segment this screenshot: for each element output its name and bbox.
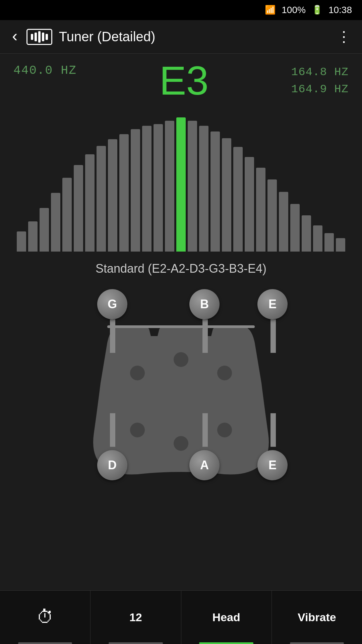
nav-title: Tuner (Detailed)	[59, 29, 156, 44]
reference-frequency: 440.0 HZ	[13, 64, 77, 77]
vu-bar-20	[245, 157, 254, 252]
tab-head-label: Head	[213, 611, 240, 624]
clock: 10:38	[328, 5, 352, 15]
detected-frequency: 164.8 HZ 164.9 HZ	[291, 64, 349, 98]
tuner-bar-1	[31, 34, 33, 40]
peg-b-top-stem	[202, 319, 208, 353]
vu-bar-0	[17, 231, 26, 252]
svg-point-3	[217, 423, 232, 437]
note-display: E3	[77, 60, 291, 101]
svg-point-1	[130, 423, 145, 437]
svg-point-4	[130, 366, 145, 380]
peg-d-bottom[interactable]: D	[97, 450, 127, 480]
svg-rect-0	[107, 325, 255, 328]
back-button[interactable]: ‹	[10, 28, 20, 46]
vu-bar-17	[210, 131, 220, 252]
battery-icon: 🔋	[312, 5, 322, 15]
vu-bar-1	[28, 221, 38, 252]
vu-bar-27	[324, 233, 334, 252]
vu-bar-24	[290, 204, 300, 252]
tab-vibrate-indicator	[290, 642, 344, 644]
battery-percent: 100%	[282, 5, 306, 15]
vu-bar-8	[108, 139, 117, 252]
vu-bar-25	[302, 215, 311, 252]
vu-bar-14	[176, 117, 186, 252]
vu-bar-3	[51, 193, 60, 252]
status-bar: 📶 100% 🔋 10:38	[0, 0, 362, 20]
tuner-clock-icon: ⏱	[37, 607, 54, 628]
peg-e-top-stem	[270, 319, 276, 353]
svg-point-6	[217, 366, 232, 380]
tuning-needle	[177, 245, 185, 252]
detected-freq-1: 164.8 HZ	[291, 64, 349, 81]
vu-bar-9	[119, 134, 129, 252]
vu-bar-12	[154, 124, 163, 252]
tab-head[interactable]: Head	[181, 591, 272, 644]
main-content: 440.0 HZ E3 164.8 HZ 164.9 HZ Standard (…	[0, 54, 362, 590]
peg-a-bottom[interactable]: A	[189, 450, 220, 480]
peg-e2-bottom[interactable]: E	[257, 450, 288, 480]
vu-bar-21	[256, 168, 265, 252]
tab-vibrate[interactable]: Vibrate	[272, 591, 362, 644]
tab-tuner-indicator	[18, 642, 72, 644]
vu-bar-15	[188, 121, 197, 252]
svg-point-5	[174, 352, 188, 367]
vu-meter	[13, 111, 349, 252]
frequency-row: 440.0 HZ E3 164.8 HZ 164.9 HZ	[13, 64, 349, 101]
vu-bar-4	[62, 178, 72, 252]
vu-bar-23	[279, 192, 288, 252]
tuner-icon	[26, 29, 52, 45]
tab-12-label: 12	[129, 611, 142, 624]
peg-e2-bottom-stem	[270, 413, 276, 447]
guitar-section: G B E D A E	[13, 289, 349, 584]
vu-bar-2	[40, 208, 49, 252]
tab-bar: ⏱ 12 Head Vibrate	[0, 590, 362, 644]
peg-e-top[interactable]: E	[257, 289, 288, 319]
peg-g-top-stem	[110, 319, 115, 353]
tab-12-indicator	[109, 642, 163, 644]
tuner-bar-2	[35, 33, 37, 41]
tab-vibrate-label: Vibrate	[298, 611, 336, 624]
vu-bar-22	[267, 179, 277, 252]
vu-bar-26	[313, 225, 322, 252]
tuner-bar-3	[38, 31, 41, 43]
vu-bar-28	[336, 238, 345, 252]
vu-bar-11	[142, 126, 152, 252]
menu-button[interactable]: ⋮	[337, 28, 352, 46]
peg-b-top[interactable]: B	[189, 289, 220, 319]
tab-head-indicator	[199, 642, 253, 644]
vu-bar-19	[233, 147, 243, 252]
nav-bar: ‹ Tuner (Detailed) ⋮	[0, 20, 362, 54]
tab-tuner[interactable]: ⏱	[0, 591, 90, 644]
tab-12[interactable]: 12	[90, 591, 181, 644]
peg-d-bottom-stem	[110, 413, 115, 447]
nav-left: ‹ Tuner (Detailed)	[10, 28, 155, 46]
detected-freq-2: 164.9 HZ	[291, 81, 349, 98]
tuning-label: Standard (E2-A2-D3-G3-B3-E4)	[96, 262, 266, 276]
tuner-bar-5	[46, 34, 48, 40]
wifi-icon: 📶	[265, 5, 276, 15]
vu-bar-7	[97, 146, 106, 252]
guitar-head-container: G B E D A E	[74, 289, 288, 477]
vu-bar-13	[165, 121, 174, 252]
vu-bar-6	[85, 154, 95, 252]
peg-a-bottom-stem	[202, 413, 208, 447]
peg-g-top[interactable]: G	[97, 289, 127, 319]
tuner-bar-4	[42, 33, 44, 41]
vu-bar-5	[74, 165, 83, 252]
vu-bar-16	[199, 126, 208, 252]
vu-bar-10	[131, 129, 140, 252]
svg-point-2	[174, 436, 188, 451]
vu-bar-18	[222, 138, 231, 252]
